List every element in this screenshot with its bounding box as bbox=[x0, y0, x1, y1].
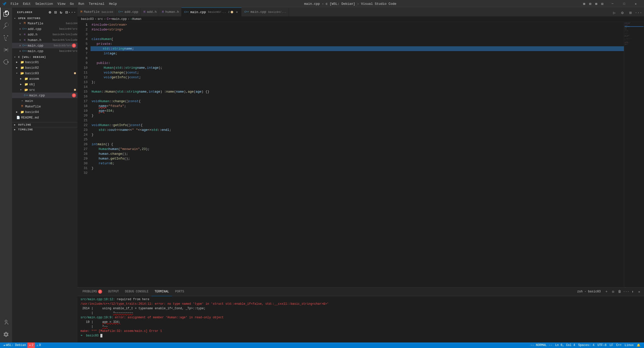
run-btn[interactable]: ▷ bbox=[611, 9, 618, 16]
folder-basic02[interactable]: ▶ 📁 basic02 bbox=[12, 65, 77, 70]
settings-btn[interactable]: ⚙ bbox=[619, 9, 626, 16]
status-encoding[interactable]: UTF-8 bbox=[596, 342, 608, 348]
tab-makefile[interactable]: M Makefile basic04 bbox=[77, 8, 115, 16]
term-line-1: src/main.cpp:18:12: required from here bbox=[80, 297, 641, 302]
status-os[interactable]: Linux bbox=[623, 342, 635, 348]
activity-run[interactable] bbox=[0, 44, 12, 56]
breadcrumb-basic03[interactable]: basic03 bbox=[81, 17, 94, 21]
folder-src[interactable]: ▾ 📂 src bbox=[12, 87, 77, 93]
file-main-binary[interactable]: ▪ main bbox=[12, 98, 77, 104]
tab-add-h[interactable]: H add.h bbox=[140, 8, 159, 16]
kill-terminal-btn[interactable]: 🗑 bbox=[617, 289, 622, 294]
close-add-h-icon[interactable]: ✕ bbox=[18, 32, 22, 36]
status-position[interactable]: Ln 6, Col 4 bbox=[554, 342, 577, 348]
layout-btn-1[interactable]: ⊞ bbox=[582, 1, 587, 6]
layout-btn-2[interactable]: ⊟ bbox=[588, 1, 593, 6]
open-editor-main-cpp-04[interactable]: ✕ C++ main.cpp basic04/src bbox=[12, 48, 77, 54]
terminal-content[interactable]: src/main.cpp:18:12: required from here /… bbox=[77, 296, 644, 342]
menu-run[interactable]: Run bbox=[76, 1, 86, 7]
outline-section[interactable]: ▶ OUTLINE bbox=[12, 122, 77, 127]
split-terminal-btn[interactable]: ⊟ bbox=[610, 289, 616, 294]
open-editor-main-cpp-03[interactable]: ✕ C++ main.cpp basic03/src 2 bbox=[12, 43, 77, 48]
open-editor-makefile[interactable]: ✕ M Makefile basic04 bbox=[12, 21, 77, 26]
breadcrumb-main-cpp[interactable]: main.cpp bbox=[112, 17, 127, 21]
folder-obj[interactable]: ▶ 📁 obj bbox=[12, 82, 77, 87]
close-panel-btn[interactable]: ✕ bbox=[636, 289, 642, 294]
panel-tab-debug[interactable]: DEBUG CONSOLE bbox=[122, 287, 152, 296]
more-actions-tab-btn[interactable]: ··· bbox=[635, 9, 642, 16]
status-eol[interactable]: LF bbox=[608, 342, 615, 348]
new-terminal-btn[interactable]: + bbox=[604, 289, 609, 294]
open-editor-add-cpp[interactable]: ✕ C++ add.cpp basic04/src bbox=[12, 26, 77, 32]
more-actions-btn[interactable]: ··· bbox=[70, 10, 74, 15]
file-readme[interactable]: 📄 README.md bbox=[12, 115, 77, 120]
close-button[interactable]: ✕ bbox=[630, 0, 641, 8]
panel-tab-terminal[interactable]: TERMINAL bbox=[151, 287, 172, 296]
terminal-more-btn[interactable]: ··· bbox=[623, 289, 629, 294]
split-editor-btn[interactable]: ⊞ bbox=[627, 9, 634, 16]
open-editor-add-h[interactable]: ✕ H add.h basic04/include bbox=[12, 32, 77, 37]
close-human-h-icon[interactable]: ✕ bbox=[18, 38, 22, 42]
status-warnings[interactable]: ⚠ 0 bbox=[35, 342, 42, 348]
minimize-button[interactable]: ─ bbox=[607, 0, 618, 8]
folder-assem[interactable]: ▶ 📁 assem bbox=[12, 76, 77, 82]
activity-source-control[interactable] bbox=[0, 32, 12, 44]
tab-add-cpp[interactable]: C++ add.cpp bbox=[115, 8, 141, 16]
new-file-btn[interactable]: ⊕ bbox=[48, 10, 52, 15]
status-errors[interactable]: ✕ 2 bbox=[27, 342, 35, 348]
menu-terminal[interactable]: Terminal bbox=[87, 1, 106, 7]
activity-explorer[interactable] bbox=[0, 8, 12, 20]
panel-tab-ports[interactable]: PORTS bbox=[172, 287, 187, 296]
toolbar-right: ▷ ⚙ ⊞ ··· bbox=[611, 9, 644, 16]
menu-file[interactable]: File bbox=[9, 1, 20, 7]
folder-basic03[interactable]: ▾ 📂 basic03 bbox=[12, 70, 77, 76]
tab-main-cpp-03-close[interactable]: ✕ bbox=[235, 10, 239, 14]
layout-btn-4[interactable]: ⊡ bbox=[600, 1, 605, 6]
basic01-folder-icon: 📁 bbox=[20, 60, 24, 64]
code-content[interactable]: #include <iostream> #include <string> cl… bbox=[90, 22, 624, 287]
menu-edit[interactable]: Edit bbox=[21, 1, 33, 7]
add-h-icon: H bbox=[23, 32, 27, 36]
refresh-btn[interactable]: ↻ bbox=[59, 10, 63, 15]
breadcrumb-src[interactable]: src bbox=[98, 17, 103, 21]
close-main-03-icon[interactable]: ✕ bbox=[18, 44, 22, 48]
tab-main-cpp-03[interactable]: C++ main.cpp basic03/... 2 ✕ bbox=[181, 8, 242, 16]
workspace-section[interactable]: ▾ C [WSL: DEBIAN] bbox=[12, 55, 77, 59]
file-main-cpp-tree[interactable]: C++ main.cpp 2 bbox=[12, 93, 77, 98]
activity-search[interactable] bbox=[0, 20, 12, 32]
status-language[interactable]: C++ bbox=[615, 342, 623, 348]
open-editor-main-04-path: basic04/src bbox=[59, 50, 77, 53]
status-spaces[interactable]: Spaces: 4 bbox=[577, 342, 596, 348]
status-wsl[interactable]: ⇌ WSL: Debian bbox=[2, 342, 27, 348]
layout-btn-3[interactable]: ⊠ bbox=[594, 1, 599, 6]
activity-accounts[interactable] bbox=[0, 316, 12, 328]
breadcrumb-human[interactable]: Human bbox=[132, 17, 141, 21]
close-main-04-icon[interactable]: ✕ bbox=[18, 49, 22, 53]
close-makefile-icon[interactable]: ✕ bbox=[18, 21, 22, 25]
tab-main-cpp-04[interactable]: C++ main.cpp basic04/... bbox=[242, 8, 289, 16]
new-folder-btn[interactable]: ⊡ bbox=[53, 10, 58, 15]
folder-basic01[interactable]: ▶ 📁 basic01 bbox=[12, 59, 77, 65]
menu-view[interactable]: View bbox=[56, 1, 67, 7]
status-encoding-text: UTF-8 bbox=[597, 343, 607, 347]
menu-go[interactable]: Go bbox=[68, 1, 76, 7]
panel-tab-output[interactable]: OUTPUT bbox=[105, 287, 122, 296]
open-editors-section[interactable]: ▾ Open Editors bbox=[12, 16, 77, 21]
code-editor[interactable]: 1 2 3 4 5 6 7 8 9 10 11 12 13 bbox=[77, 22, 644, 287]
menu-selection[interactable]: Selection bbox=[33, 1, 55, 7]
status-notifications[interactable]: 🔔 bbox=[635, 342, 642, 348]
timeline-section[interactable]: ▶ TIMELINE bbox=[12, 127, 77, 132]
problems-label: PROBLEMS bbox=[83, 290, 97, 293]
menu-help[interactable]: Help bbox=[107, 1, 119, 7]
tab-human-h[interactable]: H human.h bbox=[159, 8, 181, 16]
open-editor-human-h[interactable]: ✕ H human.h basic04/include bbox=[12, 37, 77, 43]
activity-extensions[interactable] bbox=[0, 56, 12, 68]
status-vim-mode[interactable]: -- NORMAL -- bbox=[529, 342, 554, 348]
file-makefile-03[interactable]: M Makefile bbox=[12, 104, 77, 109]
maximize-button[interactable]: □ bbox=[618, 0, 630, 8]
close-add-cpp-icon[interactable]: ✕ bbox=[18, 27, 22, 31]
panel-tab-problems[interactable]: PROBLEMS 2 bbox=[79, 287, 105, 296]
folder-basic04[interactable]: ▶ 📁 basic04 bbox=[12, 109, 77, 115]
maximize-panel-btn[interactable]: ⬆ bbox=[630, 289, 635, 294]
activity-settings[interactable] bbox=[0, 328, 12, 340]
